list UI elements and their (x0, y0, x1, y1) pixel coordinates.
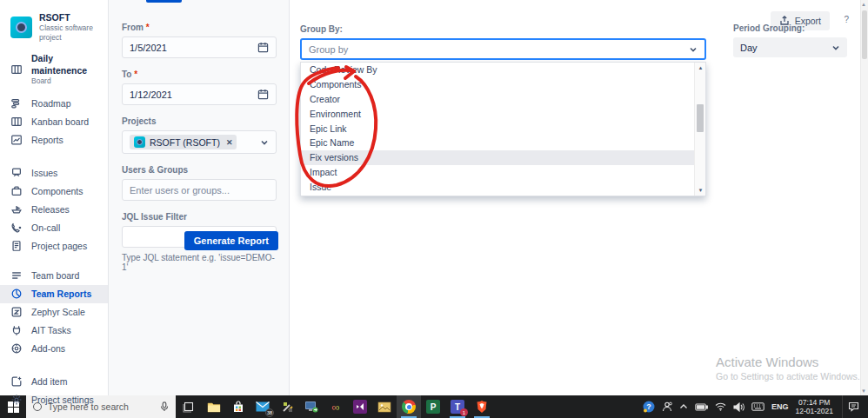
touch-keyboard-icon[interactable] (751, 402, 765, 411)
scroll-down-icon[interactable]: ▼ (695, 185, 706, 196)
reports-icon (10, 134, 23, 146)
users-groups-field[interactable] (122, 179, 277, 201)
sidebar-item-releases[interactable]: Releases (0, 201, 108, 219)
scrollbar-thumb[interactable] (697, 104, 704, 132)
projects-select[interactable]: RSOFT (RSOFT) ✕ (122, 130, 277, 154)
sidebar-item-team-board[interactable]: Team board (0, 267, 108, 285)
sidebar-group-apps: Team board Team Reports Zephyr Scale AIT… (0, 267, 108, 358)
sidebar-item-roadmap[interactable]: Roadmap (0, 95, 108, 113)
chevron-down-icon (689, 45, 698, 54)
infinity-app-icon[interactable]: ∞ (324, 395, 348, 418)
team-reports-icon (10, 288, 23, 300)
project-chip-label: RSOFT (RSOFT) (150, 137, 220, 148)
people-icon[interactable] (662, 401, 672, 412)
scrollbar-thumb[interactable] (862, 10, 867, 59)
picture-icon (377, 401, 391, 413)
sidebar-item-project-pages[interactable]: Project pages (0, 237, 108, 255)
file-explorer-icon[interactable] (202, 395, 226, 418)
admin-tools-icon[interactable] (275, 395, 299, 418)
teams-icon[interactable]: T 1 (445, 395, 470, 418)
language-indicator[interactable]: ENG (771, 402, 789, 411)
zephyr-scale-icon (10, 306, 23, 318)
calendar-icon[interactable] (257, 42, 269, 53)
issues-icon (10, 167, 23, 179)
ms-project-icon[interactable]: P (421, 395, 445, 418)
components-icon (10, 185, 23, 197)
dropdown-scrollbar[interactable]: ▲ ▼ (694, 63, 705, 196)
remove-chip-icon[interactable]: ✕ (226, 138, 233, 147)
sidebar-item-label: Add item (31, 376, 67, 387)
sidebar-item-components[interactable]: Components (0, 182, 108, 201)
mail-icon[interactable]: 38 (250, 395, 275, 418)
sidebar-item-ait-tasks[interactable]: AIT Tasks (0, 322, 108, 340)
sidebar-item-kanban-board[interactable]: Kanban board (0, 113, 108, 131)
dropdown-option[interactable]: Epic Link (301, 121, 705, 136)
phone-icon (10, 222, 23, 234)
to-label: To * (122, 70, 277, 79)
dropdown-option[interactable]: Issue Type (301, 194, 705, 196)
project-avatar (10, 17, 32, 38)
watermark-title: Activate Windows (716, 355, 860, 369)
wifi-icon[interactable] (715, 402, 726, 411)
visual-studio-icon[interactable] (348, 395, 372, 418)
sidebar-item-label: Roadmap (31, 98, 71, 109)
users-groups-input[interactable] (130, 185, 269, 196)
calendar-icon[interactable] (257, 89, 269, 100)
board-icon (10, 63, 23, 76)
users-groups-label: Users & Groups (122, 165, 277, 175)
chrome-icon[interactable] (397, 395, 421, 418)
dropdown-option[interactable]: Epic Name (301, 136, 705, 150)
sidebar-item-zephyr-scale[interactable]: Zephyr Scale (0, 303, 108, 322)
sidebar-item-project-settings[interactable]: Project settings (0, 391, 108, 409)
dropdown-option-hovered[interactable]: Fix versions (301, 150, 705, 165)
sidebar-item-label: Components (31, 186, 83, 196)
dropdown-option[interactable]: Creator (301, 92, 705, 107)
sidebar-item-label: Add-ons (31, 343, 65, 354)
sidebar-item-label: Issues (31, 168, 57, 178)
battery-icon[interactable] (695, 403, 708, 411)
sidebar-item-issues[interactable]: Issues (0, 164, 108, 182)
dropdown-option[interactable]: Components (301, 77, 705, 92)
chevron-down-icon[interactable] (260, 138, 269, 147)
project-chip: RSOFT (RSOFT) ✕ (130, 135, 237, 149)
report-main-area: Export ? Group By: Group by You can sele… (290, 0, 868, 395)
sidebar-item-label: On-call (31, 222, 60, 233)
hidden-icons-chevron[interactable] (679, 403, 688, 410)
remote-desktop-icon[interactable] (299, 395, 324, 418)
group-by-label: Group By: (300, 24, 706, 34)
period-grouping-select[interactable]: Day (733, 37, 847, 57)
clock[interactable]: 07:14 PM 12-01-2021 (796, 398, 833, 415)
addons-icon (10, 342, 23, 355)
help-icon[interactable]: ? (643, 401, 655, 413)
sidebar-item-label: Project pages (31, 241, 87, 251)
scroll-up-icon[interactable]: ▲ (695, 63, 706, 73)
group-by-select[interactable]: Group by (300, 38, 706, 60)
sidebar-item-add-item[interactable]: Add item (0, 373, 108, 391)
microsoft-store-icon[interactable] (226, 395, 250, 418)
dropdown-option[interactable]: Code Review By (301, 63, 705, 77)
team-board-icon (10, 269, 23, 282)
microphone-icon[interactable] (160, 401, 169, 412)
generate-report-button[interactable]: Generate Report (184, 231, 278, 250)
to-date-field[interactable]: 1/12/2021 (122, 83, 277, 105)
sidebar-group-project: Issues Components Releases On-call Proje… (0, 164, 108, 255)
scroll-up-icon[interactable]: ▲ (860, 2, 867, 7)
volume-icon[interactable] (733, 402, 744, 412)
from-date-field[interactable]: 1/5/2021 (122, 36, 277, 58)
dropdown-option[interactable]: Impact (301, 165, 705, 180)
board-switcher[interactable]: Daily maintenence Board (0, 49, 108, 90)
photos-icon[interactable] (372, 395, 397, 418)
sidebar-item-add-ons[interactable]: Add-ons (0, 340, 108, 358)
jql-hint: Type JQL statement e.g. 'issue=DEMO-1' (122, 253, 277, 272)
dropdown-option[interactable]: Environment (301, 106, 705, 121)
action-center-button[interactable] (842, 395, 865, 418)
sidebar-item-on-call[interactable]: On-call (0, 219, 108, 237)
brave-icon[interactable] (470, 395, 494, 418)
sidebar-item-reports[interactable]: Reports (0, 131, 108, 149)
project-type: Classic software project (39, 23, 99, 42)
page-scrollbar[interactable]: ▲ ▼ (860, 0, 868, 395)
scroll-down-icon[interactable]: ▼ (860, 388, 867, 394)
sidebar-item-team-reports[interactable]: Team Reports (0, 285, 108, 303)
task-view-button[interactable] (176, 395, 202, 418)
dropdown-option[interactable]: Issue (301, 179, 705, 194)
